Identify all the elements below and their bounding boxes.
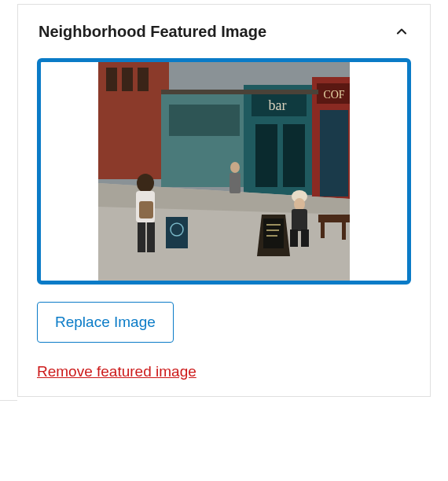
svg-rect-15 (320, 110, 348, 196)
svg-rect-33 (147, 222, 155, 252)
svg-rect-2 (106, 68, 117, 91)
svg-rect-32 (138, 222, 145, 252)
featured-image-panel: Neighborhood Featured Image (17, 4, 431, 397)
svg-rect-6 (169, 105, 240, 136)
svg-rect-23 (263, 218, 284, 248)
replace-image-button[interactable]: Replace Image (37, 302, 174, 343)
svg-rect-11 (283, 124, 305, 187)
featured-image-thumbnail: bar COF (98, 62, 350, 281)
featured-image-preview[interactable]: bar COF (37, 58, 411, 285)
svg-rect-40 (230, 173, 241, 193)
divider (0, 400, 17, 401)
remove-featured-image-link[interactable]: Remove featured image (37, 363, 196, 380)
svg-rect-21 (342, 222, 346, 240)
panel-header-toggle[interactable]: Neighborhood Featured Image (18, 5, 430, 58)
svg-rect-38 (301, 229, 309, 247)
svg-point-39 (230, 162, 240, 173)
svg-rect-10 (255, 124, 277, 187)
svg-rect-16 (161, 90, 318, 94)
svg-rect-20 (321, 222, 325, 238)
panel-title: Neighborhood Featured Image (39, 23, 266, 41)
svg-rect-27 (166, 217, 188, 248)
svg-text:bar: bar (269, 97, 287, 113)
svg-point-29 (137, 174, 154, 193)
svg-rect-19 (318, 215, 350, 222)
svg-rect-36 (292, 209, 307, 231)
svg-point-35 (294, 198, 305, 211)
svg-text:COF: COF (323, 89, 344, 101)
svg-rect-4 (138, 68, 149, 91)
svg-rect-31 (139, 201, 153, 218)
svg-rect-3 (122, 68, 133, 91)
svg-rect-37 (290, 229, 298, 247)
panel-body: bar COF (18, 58, 430, 396)
chevron-up-icon (392, 22, 411, 41)
